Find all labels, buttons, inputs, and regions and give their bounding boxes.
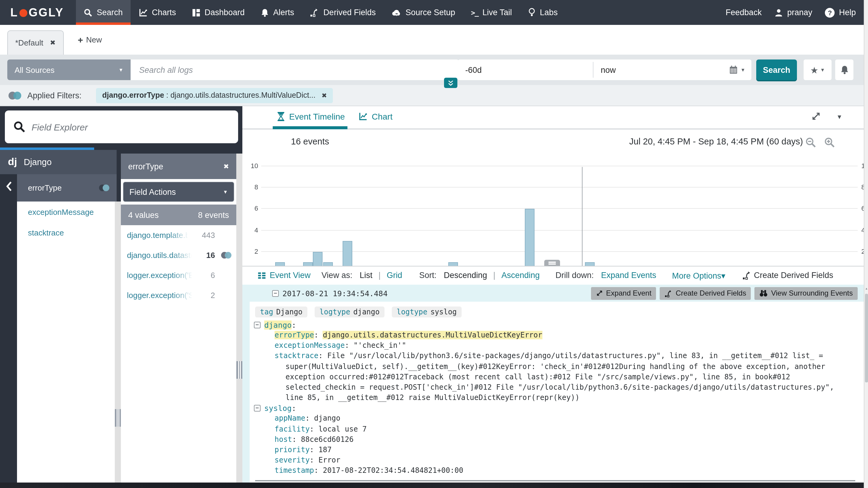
- view-list-option[interactable]: List: [360, 271, 372, 280]
- view-surrounding-events-button[interactable]: View Surrounding Events: [755, 287, 858, 299]
- expand-icon: [596, 290, 603, 297]
- collapse-section-icon[interactable]: [254, 405, 260, 412]
- field-actions-dropdown[interactable]: Field Actions ▼: [123, 182, 235, 202]
- event-view-toolbar: Event View View as: List Grid Sort: Desc…: [242, 266, 864, 284]
- more-options-dropdown[interactable]: More Options▾: [672, 270, 725, 280]
- value-row[interactable]: logger.exception('Bo 6: [121, 265, 236, 285]
- help-menu[interactable]: ? Help: [823, 8, 858, 17]
- filter-chip-text: django.errorType : django.utils.datastru…: [102, 91, 315, 100]
- search-button[interactable]: Search: [756, 60, 797, 80]
- nav-item-alerts[interactable]: Alerts: [253, 0, 302, 25]
- value-row-selected[interactable]: django.utils.datastr 16: [121, 245, 236, 265]
- sidebar-field-exceptionmessage[interactable]: exceptionMessage: [17, 201, 115, 222]
- expand-event-button[interactable]: Expand Event: [591, 287, 656, 299]
- event-body: tagDjango logtypedjango logtypesyslog dj…: [250, 302, 864, 483]
- view-as-label: View as:: [322, 271, 352, 280]
- field-explorer-sidebar: dj Django errorType exceptionMessage sta…: [0, 106, 242, 483]
- filter-chip[interactable]: django.errorType : django.utils.datastru…: [96, 88, 333, 103]
- values-scrollbar-track[interactable]: [236, 154, 242, 483]
- expand-event-label: Expand Event: [606, 289, 651, 297]
- tag-pill[interactable]: logtypedjango: [315, 306, 384, 318]
- errortype-field: errorType: django.utils.datastructures.M…: [275, 330, 864, 340]
- chart-bar[interactable]: [525, 209, 534, 273]
- value-name: logger.exception('Bo: [127, 271, 194, 280]
- fields-scrollbar-track[interactable]: [115, 201, 121, 483]
- syslog-section-header[interactable]: syslog:: [254, 403, 864, 414]
- fields-scrollbar-thumb[interactable]: [115, 409, 121, 427]
- collapse-chart-icon[interactable]: ▼: [836, 113, 842, 120]
- sidebar-field-errortype[interactable]: errorType: [17, 174, 117, 201]
- time-to-input[interactable]: [593, 63, 728, 77]
- create-derived-fields-link[interactable]: Create Derived Fields: [742, 271, 833, 280]
- drill-down-label: Drill down:: [556, 271, 594, 280]
- filter-remove-icon[interactable]: ✖: [322, 92, 327, 99]
- nav-item-labs[interactable]: Labs: [520, 0, 566, 25]
- syslog-field: host: 88ce6cd60126: [275, 434, 864, 445]
- page-scrollbar[interactable]: ▲: [864, 0, 868, 488]
- close-icon[interactable]: ✖: [223, 162, 229, 170]
- sidebar-field-stacktrace[interactable]: stacktrace: [17, 222, 115, 243]
- resize-handle[interactable]: [544, 260, 560, 266]
- new-tab-button[interactable]: + New: [78, 35, 102, 45]
- expand-query-button[interactable]: [444, 78, 457, 88]
- user-menu[interactable]: pranay: [772, 8, 815, 17]
- field-explorer-search[interactable]: [5, 110, 238, 143]
- field-errortype-label: errorType: [28, 183, 62, 192]
- nav-item-charts[interactable]: Charts: [131, 0, 184, 25]
- tab-default[interactable]: *Default ✖: [7, 30, 64, 55]
- collapse-section-icon[interactable]: [254, 322, 260, 328]
- saved-searches-button[interactable]: ★ ▼: [804, 60, 832, 80]
- value-row[interactable]: django.template.b 443: [121, 225, 236, 245]
- zoom-out-icon[interactable]: [805, 137, 816, 148]
- logo-text-suffix: GGLY: [29, 6, 64, 19]
- plus-icon: +: [78, 35, 83, 45]
- event-header[interactable]: 2017-08-21 19:34:54.484 Expand Event Cre…: [242, 285, 864, 302]
- sort-ascending-option[interactable]: Ascending: [501, 271, 540, 280]
- expand-events-link[interactable]: Expand Events: [601, 271, 656, 280]
- tag-pill[interactable]: tagDjango: [255, 306, 307, 318]
- tab-event-timeline[interactable]: Event Timeline: [277, 112, 345, 121]
- values-panel: errorType ✖ Field Actions ▼ 4 values 8 e…: [121, 154, 236, 483]
- field-group-django[interactable]: dj Django: [0, 150, 117, 174]
- sidebar-collapse-column[interactable]: [0, 174, 17, 483]
- nav-item-dashboard[interactable]: Dashboard: [184, 0, 253, 25]
- search-query-input[interactable]: [131, 60, 459, 80]
- event-view-label: Event View: [270, 271, 311, 280]
- collapse-event-icon[interactable]: [272, 290, 279, 296]
- create-derived-fields-button[interactable]: Create Derived Fields: [660, 287, 751, 299]
- value-name: django.utils.datastr: [127, 251, 193, 260]
- calendar-picker-button[interactable]: ▼: [729, 65, 751, 75]
- alert-bell-button[interactable]: [835, 60, 854, 80]
- fullscreen-icon[interactable]: [811, 111, 821, 121]
- filter-chip-field: django.errorType: [102, 91, 164, 100]
- nav-item-source-setup[interactable]: Source Setup: [383, 0, 463, 25]
- values-scrollbar-thumb[interactable]: [236, 361, 242, 379]
- gridline: [261, 166, 858, 166]
- field-explorer-input[interactable]: [32, 122, 214, 132]
- list-grid-icon: [257, 271, 266, 280]
- tag-pill[interactable]: logtypesyslog: [392, 306, 462, 318]
- nav-item-live-tail[interactable]: >_ Live Tail: [463, 0, 520, 25]
- tab-chart[interactable]: Chart: [359, 112, 393, 121]
- divider: [255, 480, 855, 481]
- nav-item-search[interactable]: Search: [76, 0, 131, 25]
- sort-descending-option[interactable]: Descending: [444, 271, 487, 280]
- loggly-logo[interactable]: L GGLY: [0, 0, 76, 25]
- field-key: errorType: [275, 331, 314, 339]
- event-view-button[interactable]: Event View: [257, 271, 311, 280]
- terminal-icon: >_: [471, 8, 478, 17]
- value-row[interactable]: logger.exception('Si 2: [121, 285, 236, 305]
- zoom-in-icon[interactable]: [824, 137, 835, 148]
- time-from-input[interactable]: [458, 63, 593, 77]
- django-section-header[interactable]: django:: [254, 320, 864, 330]
- view-grid-option[interactable]: Grid: [386, 271, 402, 280]
- scrollbar-thumb[interactable]: [865, 294, 868, 382]
- nav-item-label: Search: [97, 8, 123, 17]
- feedback-link[interactable]: Feedback: [723, 8, 764, 17]
- tab-label: *Default: [15, 38, 43, 47]
- sources-dropdown[interactable]: All Sources ▼: [7, 60, 131, 80]
- tab-close-icon[interactable]: ✖: [50, 39, 56, 47]
- nav-item-derived-fields[interactable]: Derived Fields: [302, 0, 384, 25]
- field-value: "'check_in'": [353, 341, 406, 350]
- scrollbar-up-arrow[interactable]: ▲: [864, 287, 868, 290]
